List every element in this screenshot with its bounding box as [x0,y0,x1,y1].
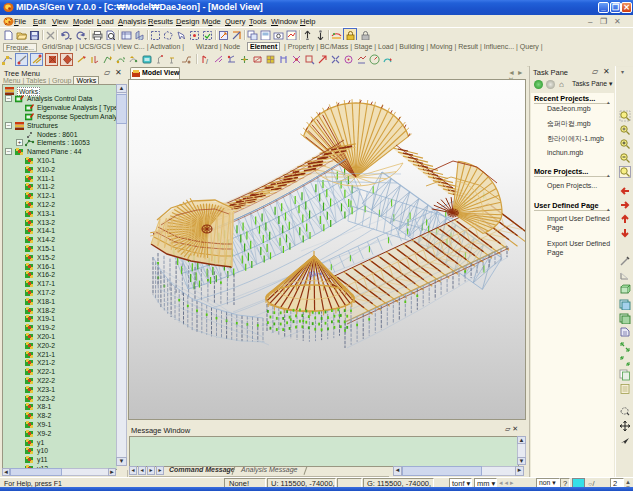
svg-text:/: / [206,58,208,65]
